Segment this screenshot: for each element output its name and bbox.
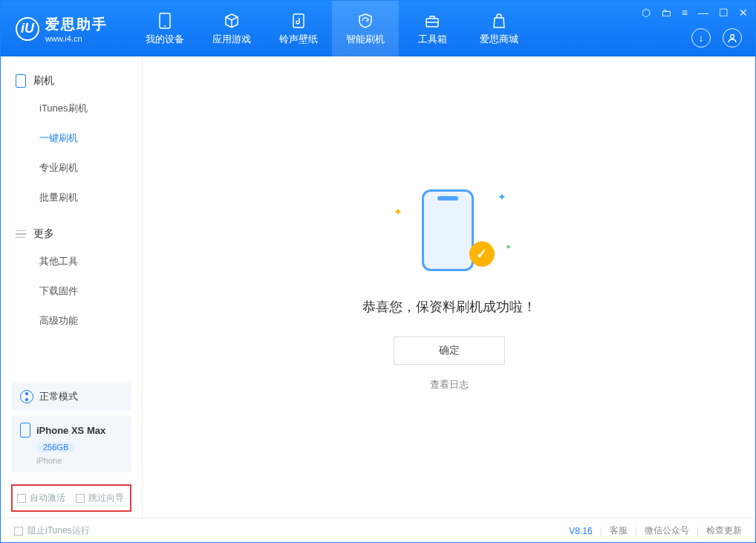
version-label: V8.16 <box>569 526 592 536</box>
svg-point-4 <box>731 35 734 39</box>
top-nav: 我的设备 应用游戏 铃声壁纸 智能刷机 工具箱 爱思商城 <box>131 1 532 56</box>
logo: iU 爱思助手 www.i4.cn <box>1 15 123 43</box>
sidebar-item-pro-flash[interactable]: 专业刷机 <box>1 153 142 183</box>
app-title: 爱思助手 <box>45 15 108 34</box>
checkbox-skip-guide[interactable]: 跳过向导 <box>76 492 124 504</box>
nav-toolbox[interactable]: 工具箱 <box>399 1 466 56</box>
device-icon <box>156 12 174 30</box>
svg-rect-2 <box>293 14 304 27</box>
checkbox-block-itunes[interactable]: 阻止iTunes运行 <box>14 524 90 537</box>
phone-illustration-icon <box>422 189 474 271</box>
nav-apps[interactable]: 应用游戏 <box>198 1 265 56</box>
header: iU 爱思助手 www.i4.cn 我的设备 应用游戏 铃声壁纸 智能刷机 工具… <box>1 1 755 56</box>
sidebar-item-itunes-flash[interactable]: iTunes刷机 <box>1 94 142 123</box>
checkbox-icon <box>76 494 85 503</box>
device-type: iPhone <box>36 456 123 465</box>
sidebar-section-more: 更多 <box>1 221 142 247</box>
sidebar-item-download-firmware[interactable]: 下载固件 <box>1 276 142 306</box>
window-controls: ⬡ 🗀 ≡ — ☐ ✕ <box>642 7 748 19</box>
sidebar-item-advanced[interactable]: 高级功能 <box>1 306 142 336</box>
sidebar-item-batch-flash[interactable]: 批量刷机 <box>1 183 142 212</box>
ok-button[interactable]: 确定 <box>394 336 505 365</box>
device-phone-icon <box>20 423 30 438</box>
cube-icon <box>223 12 241 30</box>
sparkle-icon: ● <box>506 242 510 250</box>
shirt-icon[interactable]: ⬡ <box>642 7 651 19</box>
footer: 阻止iTunes运行 V8.16 | 客服 | 微信公众号 | 检查更新 <box>1 518 755 543</box>
minimize-button[interactable]: — <box>698 7 708 19</box>
nav-my-device[interactable]: 我的设备 <box>131 1 198 56</box>
nav-store[interactable]: 爱思商城 <box>466 1 532 56</box>
sidebar-item-other-tools[interactable]: 其他工具 <box>1 247 142 276</box>
check-update-link[interactable]: 检查更新 <box>706 524 742 537</box>
phone-icon <box>16 74 26 88</box>
mode-label: 正常模式 <box>39 390 78 403</box>
lock-icon[interactable]: 🗀 <box>661 7 671 19</box>
svg-point-1 <box>164 25 166 27</box>
close-button[interactable]: ✕ <box>739 7 748 19</box>
options-row: 自动激活 跳过向导 <box>11 484 131 512</box>
wechat-link[interactable]: 微信公众号 <box>645 524 689 537</box>
main-content: ✦ ✦ ● ✓ 恭喜您，保资料刷机成功啦！ 确定 查看日志 <box>143 56 755 518</box>
check-icon: ✓ <box>469 241 495 267</box>
nav-flash[interactable]: 智能刷机 <box>332 1 399 56</box>
checkbox-icon <box>14 527 23 536</box>
bag-icon <box>490 12 508 30</box>
list-icon <box>16 227 26 241</box>
refresh-shield-icon <box>356 12 374 30</box>
device-name: iPhone XS Max <box>36 425 105 436</box>
mode-box[interactable]: 正常模式 <box>11 383 131 411</box>
app-url: www.i4.cn <box>45 34 108 43</box>
nav-ringtone[interactable]: 铃声壁纸 <box>265 1 332 56</box>
support-link[interactable]: 客服 <box>610 524 628 537</box>
success-illustration: ✦ ✦ ● ✓ <box>408 183 490 280</box>
checkbox-icon <box>17 494 26 503</box>
logo-icon: iU <box>16 17 39 41</box>
checkbox-auto-activate[interactable]: 自动激活 <box>17 492 65 504</box>
sparkle-icon: ✦ <box>394 206 403 218</box>
music-file-icon <box>290 12 307 30</box>
sparkle-icon: ✦ <box>498 191 506 203</box>
mode-icon <box>20 390 33 403</box>
success-message: 恭喜您，保资料刷机成功啦！ <box>362 298 536 316</box>
device-box[interactable]: iPhone XS Max 256GB iPhone <box>11 415 131 472</box>
device-storage: 256GB <box>36 442 75 452</box>
menu-icon[interactable]: ≡ <box>682 7 688 19</box>
toolbox-icon <box>423 12 441 30</box>
view-log-link[interactable]: 查看日志 <box>430 378 469 391</box>
sidebar-item-oneclick-flash[interactable]: 一键刷机 <box>1 123 142 153</box>
maximize-button[interactable]: ☐ <box>719 7 729 19</box>
sidebar-section-flash: 刷机 <box>1 68 142 94</box>
user-button[interactable] <box>723 28 742 48</box>
download-button[interactable]: ↓ <box>691 28 711 48</box>
sidebar: 刷机 iTunes刷机 一键刷机 专业刷机 批量刷机 更多 其他工具 下载固件 … <box>1 56 143 518</box>
